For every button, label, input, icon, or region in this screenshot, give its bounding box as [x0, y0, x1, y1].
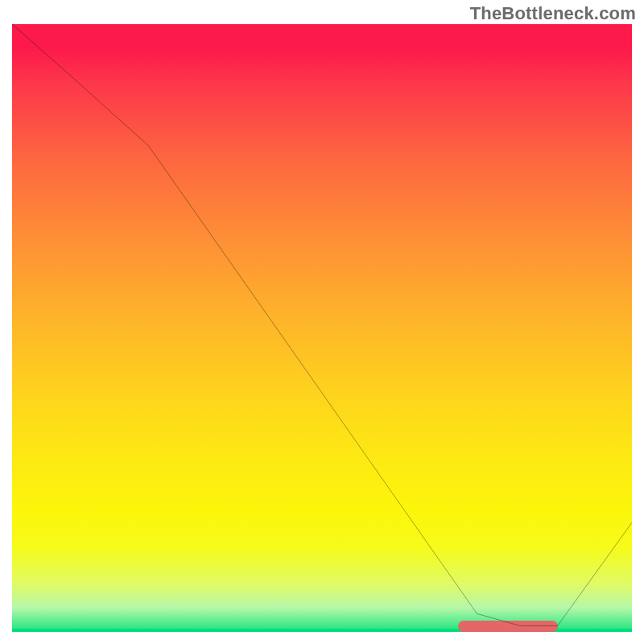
chart-line: [12, 24, 632, 632]
watermark-text: TheBottleneck.com: [470, 3, 636, 24]
chart-container: TheBottleneck.com: [0, 0, 644, 644]
